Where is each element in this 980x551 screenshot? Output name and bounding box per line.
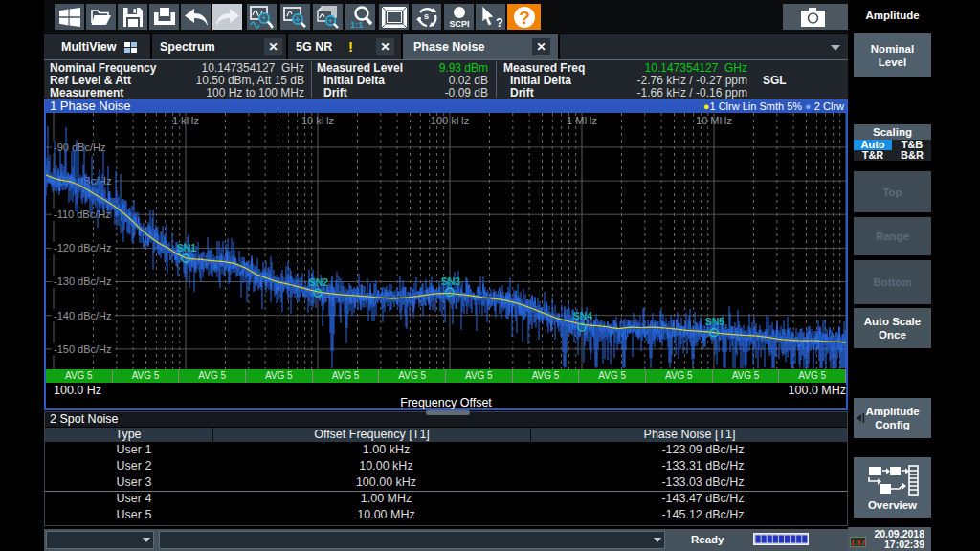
svg-text:-130 dBc/Hz: -130 dBc/Hz (54, 276, 112, 287)
svg-text:-110 dBc/Hz: -110 dBc/Hz (54, 209, 111, 220)
svg-text:1:1: 1:1 (350, 19, 364, 29)
svg-text:-150 dBc/Hz: -150 dBc/Hz (54, 343, 112, 355)
svg-text:?: ? (496, 15, 502, 29)
svg-text:1 kHz: 1 kHz (172, 115, 199, 126)
svg-text:-140 dBc/Hz: -140 dBc/Hz (54, 310, 112, 321)
svg-text:SN1: SN1 (177, 242, 197, 253)
svg-text:+: + (295, 13, 301, 24)
svg-text:+: + (261, 13, 266, 23)
svg-text:?: ? (519, 7, 530, 27)
svg-text:10 kHz: 10 kHz (301, 115, 334, 126)
svg-text:SN4: SN4 (573, 310, 593, 321)
svg-text:s: s (424, 11, 429, 21)
svg-text:SN3: SN3 (441, 276, 461, 287)
svg-text:-120 dBc/Hz: -120 dBc/Hz (54, 242, 112, 253)
svg-text:10 MHz: 10 MHz (696, 115, 732, 126)
svg-text:+: + (327, 15, 332, 25)
svg-text:SN5: SN5 (705, 316, 725, 327)
svg-text:100 kHz: 100 kHz (431, 115, 469, 126)
svg-text:SN2: SN2 (309, 276, 329, 288)
svg-text:SCPI: SCPI (449, 19, 469, 29)
svg-text:-90 dBc/Hz: -90 dBc/Hz (54, 142, 105, 153)
svg-text:1 MHz: 1 MHz (567, 115, 597, 126)
